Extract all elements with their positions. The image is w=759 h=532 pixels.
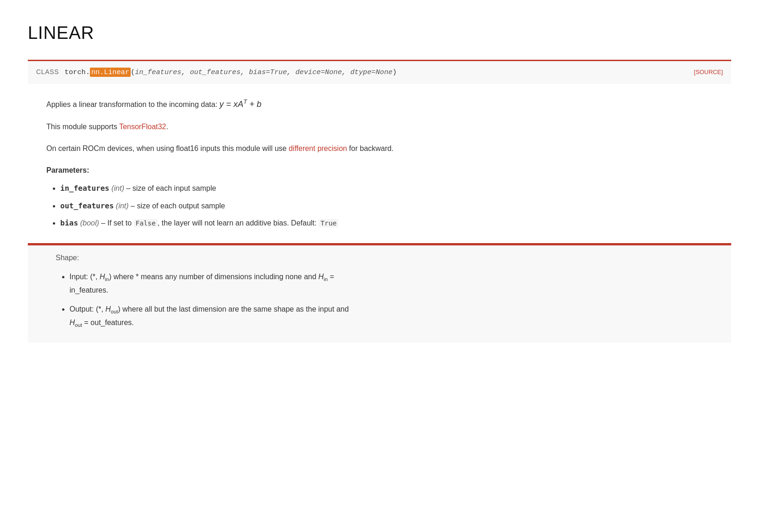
formula-text-before: Applies a linear transformation to the i… xyxy=(46,100,220,108)
param-code-true: True xyxy=(319,219,339,227)
param-type-in-features: (int) xyxy=(111,184,124,192)
param-desc-in-features: – size of each input sample xyxy=(126,184,216,192)
description-precision: On certain ROCm devices, when using floa… xyxy=(46,142,445,155)
param-in-features: in_features (int) – size of each input s… xyxy=(60,182,445,194)
param-desc-bias-middle: , the layer will not learn an additive b… xyxy=(158,219,319,227)
param-name-bias: bias xyxy=(60,219,78,227)
param-out-features: out_features (int) – size of each output… xyxy=(60,200,445,212)
class-keyword: CLASS xyxy=(36,67,59,77)
shape-input: Input: (*, Hin) where * means any number… xyxy=(70,270,703,296)
source-link[interactable]: [SOURCE] xyxy=(694,68,723,77)
shape-output-features: Hout = out_features. xyxy=(70,319,134,326)
page-title: LINEAR xyxy=(28,19,731,47)
content-section: Applies a linear transformation to the i… xyxy=(28,97,445,229)
param-name-out-features: out_features xyxy=(60,201,114,210)
class-name-prefix: torch. xyxy=(64,68,90,76)
class-params: in_features, out_features, bias=True, de… xyxy=(135,68,392,76)
parameters-heading: Parameters: xyxy=(46,164,445,176)
shape-output-text: Output: (*, Hout) where all but the last… xyxy=(70,305,349,313)
param-type-bias: (bool) xyxy=(80,219,99,227)
parameters-list: in_features (int) – size of each input s… xyxy=(46,182,445,229)
shape-label: Shape: xyxy=(56,252,703,264)
precision-text-before: On certain ROCm devices, when using floa… xyxy=(46,144,289,152)
param-type-out-features: (int) xyxy=(116,202,129,210)
tensorfloat-link[interactable]: TensorFloat32 xyxy=(119,123,166,131)
param-desc-bias-before: – If set to xyxy=(101,219,133,227)
shape-output: Output: (*, Hout) where all but the last… xyxy=(70,303,703,330)
tensorfloat-text-before: This module supports xyxy=(46,123,119,131)
description-tensorfloat: This module supports TensorFloat32. xyxy=(46,120,445,133)
class-name-highlight: nn.Linear xyxy=(90,68,131,77)
param-code-false: False xyxy=(134,219,158,227)
tensorfloat-text-after: . xyxy=(166,123,168,131)
param-desc-out-features: – size of each output sample xyxy=(131,202,225,210)
precision-link[interactable]: different precision xyxy=(289,144,347,152)
precision-text-after: for backward. xyxy=(347,144,393,152)
shape-input-features: in_features. xyxy=(70,286,108,294)
class-header: CLASS torch.nn.Linear(in_features, out_f… xyxy=(28,60,731,83)
class-signature: torch.nn.Linear(in_features, out_feature… xyxy=(64,67,397,78)
param-name-in-features: in_features xyxy=(60,184,109,193)
shape-list: Input: (*, Hin) where * means any number… xyxy=(56,270,703,330)
shape-input-text: Input: (*, Hin) where * means any number… xyxy=(70,273,334,281)
param-bias: bias (bool) – If set to False, the layer… xyxy=(60,217,445,229)
shape-section: Shape: Input: (*, Hin) where * means any… xyxy=(28,244,731,343)
math-formula: y = xAT + b xyxy=(220,99,262,109)
description-formula: Applies a linear transformation to the i… xyxy=(46,97,445,111)
